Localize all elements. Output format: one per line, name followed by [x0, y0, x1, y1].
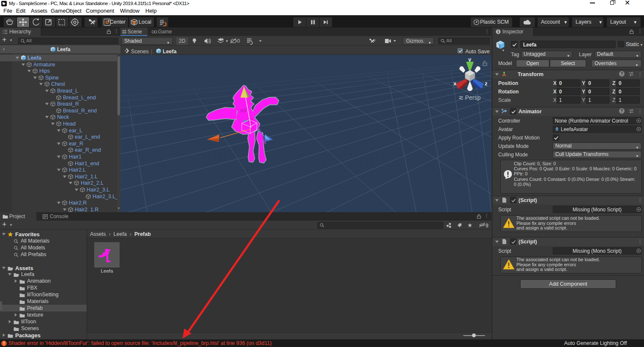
svg-text:⋜ Persp: ⋜ Persp — [458, 94, 480, 101]
svg-text:0: 0 — [237, 38, 240, 44]
svg-text:x: x — [453, 80, 457, 87]
svg-text:y: y — [468, 56, 472, 63]
svg-text:z: z — [485, 80, 488, 87]
